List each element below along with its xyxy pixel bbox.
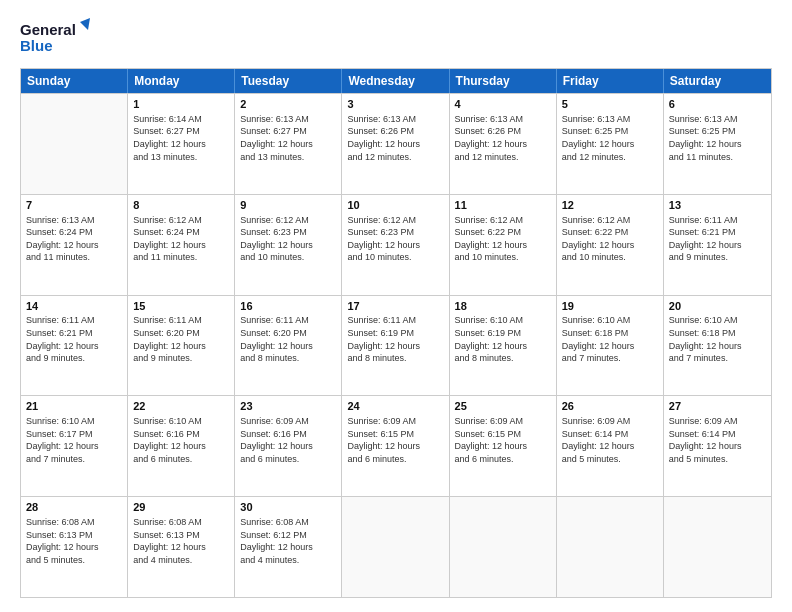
calendar-row-2: 14Sunrise: 6:11 AMSunset: 6:21 PMDayligh… (21, 295, 771, 396)
cell-info: Sunrise: 6:08 AMSunset: 6:13 PMDaylight:… (26, 516, 122, 566)
header-day-monday: Monday (128, 69, 235, 93)
day-number: 23 (240, 399, 336, 414)
calendar-cell-14: 14Sunrise: 6:11 AMSunset: 6:21 PMDayligh… (21, 296, 128, 396)
calendar-cell-4: 4Sunrise: 6:13 AMSunset: 6:26 PMDaylight… (450, 94, 557, 194)
cell-info: Sunrise: 6:14 AMSunset: 6:27 PMDaylight:… (133, 113, 229, 163)
cell-info: Sunrise: 6:10 AMSunset: 6:18 PMDaylight:… (562, 314, 658, 364)
cell-info: Sunrise: 6:13 AMSunset: 6:25 PMDaylight:… (562, 113, 658, 163)
calendar-cell-17: 17Sunrise: 6:11 AMSunset: 6:19 PMDayligh… (342, 296, 449, 396)
cell-info: Sunrise: 6:10 AMSunset: 6:16 PMDaylight:… (133, 415, 229, 465)
cell-info: Sunrise: 6:10 AMSunset: 6:17 PMDaylight:… (26, 415, 122, 465)
day-number: 24 (347, 399, 443, 414)
calendar-cell-9: 9Sunrise: 6:12 AMSunset: 6:23 PMDaylight… (235, 195, 342, 295)
calendar-row-4: 28Sunrise: 6:08 AMSunset: 6:13 PMDayligh… (21, 496, 771, 597)
page-header: General Blue (20, 18, 772, 58)
cell-info: Sunrise: 6:11 AMSunset: 6:20 PMDaylight:… (133, 314, 229, 364)
cell-info: Sunrise: 6:10 AMSunset: 6:18 PMDaylight:… (669, 314, 766, 364)
calendar-cell-23: 23Sunrise: 6:09 AMSunset: 6:16 PMDayligh… (235, 396, 342, 496)
logo-svg: General Blue (20, 18, 90, 58)
cell-info: Sunrise: 6:12 AMSunset: 6:22 PMDaylight:… (455, 214, 551, 264)
day-number: 7 (26, 198, 122, 213)
calendar-cell-empty (557, 497, 664, 597)
calendar-cell-22: 22Sunrise: 6:10 AMSunset: 6:16 PMDayligh… (128, 396, 235, 496)
day-number: 20 (669, 299, 766, 314)
cell-info: Sunrise: 6:12 AMSunset: 6:22 PMDaylight:… (562, 214, 658, 264)
day-number: 6 (669, 97, 766, 112)
calendar-cell-13: 13Sunrise: 6:11 AMSunset: 6:21 PMDayligh… (664, 195, 771, 295)
calendar-cell-2: 2Sunrise: 6:13 AMSunset: 6:27 PMDaylight… (235, 94, 342, 194)
calendar-cell-30: 30Sunrise: 6:08 AMSunset: 6:12 PMDayligh… (235, 497, 342, 597)
header-day-sunday: Sunday (21, 69, 128, 93)
cell-info: Sunrise: 6:13 AMSunset: 6:27 PMDaylight:… (240, 113, 336, 163)
day-number: 14 (26, 299, 122, 314)
calendar-cell-12: 12Sunrise: 6:12 AMSunset: 6:22 PMDayligh… (557, 195, 664, 295)
calendar-body: 1Sunrise: 6:14 AMSunset: 6:27 PMDaylight… (21, 93, 771, 597)
calendar-cell-26: 26Sunrise: 6:09 AMSunset: 6:14 PMDayligh… (557, 396, 664, 496)
day-number: 13 (669, 198, 766, 213)
day-number: 3 (347, 97, 443, 112)
calendar-cell-11: 11Sunrise: 6:12 AMSunset: 6:22 PMDayligh… (450, 195, 557, 295)
header-day-saturday: Saturday (664, 69, 771, 93)
calendar-cell-10: 10Sunrise: 6:12 AMSunset: 6:23 PMDayligh… (342, 195, 449, 295)
cell-info: Sunrise: 6:12 AMSunset: 6:24 PMDaylight:… (133, 214, 229, 264)
header-day-thursday: Thursday (450, 69, 557, 93)
calendar-cell-empty (664, 497, 771, 597)
calendar-cell-21: 21Sunrise: 6:10 AMSunset: 6:17 PMDayligh… (21, 396, 128, 496)
day-number: 25 (455, 399, 551, 414)
svg-text:Blue: Blue (20, 37, 53, 54)
calendar-grid: SundayMondayTuesdayWednesdayThursdayFrid… (20, 68, 772, 598)
calendar-row-0: 1Sunrise: 6:14 AMSunset: 6:27 PMDaylight… (21, 93, 771, 194)
cell-info: Sunrise: 6:08 AMSunset: 6:13 PMDaylight:… (133, 516, 229, 566)
calendar-cell-29: 29Sunrise: 6:08 AMSunset: 6:13 PMDayligh… (128, 497, 235, 597)
calendar-cell-7: 7Sunrise: 6:13 AMSunset: 6:24 PMDaylight… (21, 195, 128, 295)
cell-info: Sunrise: 6:12 AMSunset: 6:23 PMDaylight:… (347, 214, 443, 264)
day-number: 27 (669, 399, 766, 414)
cell-info: Sunrise: 6:09 AMSunset: 6:16 PMDaylight:… (240, 415, 336, 465)
cell-info: Sunrise: 6:11 AMSunset: 6:21 PMDaylight:… (26, 314, 122, 364)
day-number: 10 (347, 198, 443, 213)
cell-info: Sunrise: 6:09 AMSunset: 6:14 PMDaylight:… (669, 415, 766, 465)
cell-info: Sunrise: 6:13 AMSunset: 6:26 PMDaylight:… (347, 113, 443, 163)
day-number: 12 (562, 198, 658, 213)
svg-text:General: General (20, 21, 76, 38)
day-number: 15 (133, 299, 229, 314)
cell-info: Sunrise: 6:09 AMSunset: 6:15 PMDaylight:… (347, 415, 443, 465)
calendar-cell-15: 15Sunrise: 6:11 AMSunset: 6:20 PMDayligh… (128, 296, 235, 396)
day-number: 17 (347, 299, 443, 314)
cell-info: Sunrise: 6:08 AMSunset: 6:12 PMDaylight:… (240, 516, 336, 566)
day-number: 28 (26, 500, 122, 515)
calendar-cell-5: 5Sunrise: 6:13 AMSunset: 6:25 PMDaylight… (557, 94, 664, 194)
cell-info: Sunrise: 6:13 AMSunset: 6:26 PMDaylight:… (455, 113, 551, 163)
calendar-cell-27: 27Sunrise: 6:09 AMSunset: 6:14 PMDayligh… (664, 396, 771, 496)
day-number: 1 (133, 97, 229, 112)
header-day-wednesday: Wednesday (342, 69, 449, 93)
cell-info: Sunrise: 6:12 AMSunset: 6:23 PMDaylight:… (240, 214, 336, 264)
calendar-cell-empty (21, 94, 128, 194)
day-number: 2 (240, 97, 336, 112)
day-number: 4 (455, 97, 551, 112)
cell-info: Sunrise: 6:13 AMSunset: 6:24 PMDaylight:… (26, 214, 122, 264)
day-number: 22 (133, 399, 229, 414)
day-number: 26 (562, 399, 658, 414)
day-number: 11 (455, 198, 551, 213)
day-number: 8 (133, 198, 229, 213)
cell-info: Sunrise: 6:11 AMSunset: 6:21 PMDaylight:… (669, 214, 766, 264)
day-number: 30 (240, 500, 336, 515)
header-day-tuesday: Tuesday (235, 69, 342, 93)
calendar-header: SundayMondayTuesdayWednesdayThursdayFrid… (21, 69, 771, 93)
calendar-cell-25: 25Sunrise: 6:09 AMSunset: 6:15 PMDayligh… (450, 396, 557, 496)
calendar-cell-24: 24Sunrise: 6:09 AMSunset: 6:15 PMDayligh… (342, 396, 449, 496)
cell-info: Sunrise: 6:11 AMSunset: 6:20 PMDaylight:… (240, 314, 336, 364)
day-number: 21 (26, 399, 122, 414)
day-number: 29 (133, 500, 229, 515)
calendar-cell-6: 6Sunrise: 6:13 AMSunset: 6:25 PMDaylight… (664, 94, 771, 194)
calendar-page: General Blue SundayMondayTuesdayWednesda… (0, 0, 792, 612)
cell-info: Sunrise: 6:09 AMSunset: 6:15 PMDaylight:… (455, 415, 551, 465)
calendar-row-1: 7Sunrise: 6:13 AMSunset: 6:24 PMDaylight… (21, 194, 771, 295)
cell-info: Sunrise: 6:09 AMSunset: 6:14 PMDaylight:… (562, 415, 658, 465)
calendar-cell-20: 20Sunrise: 6:10 AMSunset: 6:18 PMDayligh… (664, 296, 771, 396)
calendar-cell-16: 16Sunrise: 6:11 AMSunset: 6:20 PMDayligh… (235, 296, 342, 396)
calendar-cell-19: 19Sunrise: 6:10 AMSunset: 6:18 PMDayligh… (557, 296, 664, 396)
header-day-friday: Friday (557, 69, 664, 93)
cell-info: Sunrise: 6:13 AMSunset: 6:25 PMDaylight:… (669, 113, 766, 163)
